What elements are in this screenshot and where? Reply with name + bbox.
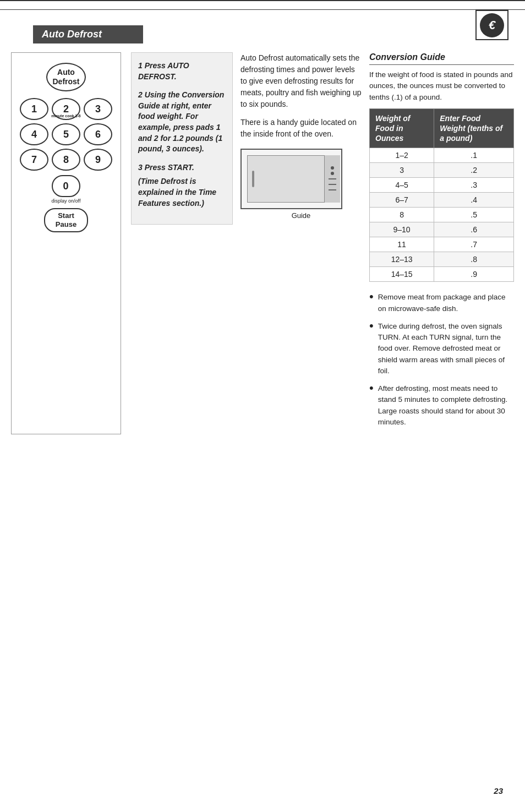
key-0[interactable]: 0	[52, 175, 80, 197]
key-1[interactable]: 1	[20, 98, 48, 120]
tenths-cell: .5	[434, 208, 514, 222]
ounces-cell: 6–7	[370, 193, 434, 208]
keypad-row-1: 1 2 minute cook 1-6 3 4 5 6 7 8 9	[17, 98, 115, 171]
bullet-text: Twice during defrost, the oven signals T…	[378, 321, 514, 377]
ctrl-line-2	[329, 184, 336, 185]
minute-cook-label: minute cook 1-6	[51, 114, 80, 118]
ctrl-dot-1	[331, 166, 334, 170]
table-row: 8.5	[370, 208, 514, 222]
table-row: 4–5.3	[370, 178, 514, 193]
bullet-section: •Remove meat from package and place on m…	[369, 292, 514, 428]
step-1: 1 Press AUTO DEFROST.	[138, 61, 226, 82]
top-bar	[0, 0, 525, 10]
auto-defrost-key[interactable]: AutoDefrost	[46, 63, 86, 91]
step-3: 3 Press START. (Time Defrost is explaine…	[138, 162, 226, 209]
ounces-cell: 12–13	[370, 252, 434, 267]
ctrl-line-3	[329, 189, 336, 190]
keypad-label: AutoDefrost	[17, 63, 115, 91]
tenths-cell: .6	[434, 222, 514, 237]
guide-label: Guide	[240, 211, 362, 220]
col2-header: Enter Food Weight (tenths of a pound)	[434, 108, 514, 148]
table-row: 11.7	[370, 237, 514, 252]
steps-panel: 1 Press AUTO DEFROST. 2 Using the Conver…	[131, 52, 233, 225]
table-row: 14–15.9	[370, 267, 514, 282]
table-row: 6–7.4	[370, 193, 514, 208]
description-para1: Auto Defrost automatically sets the defr…	[240, 52, 362, 140]
key-7[interactable]: 7	[20, 149, 48, 171]
col1-header: Weight of Food in Ounces	[370, 108, 434, 148]
table-row: 1–2.1	[370, 148, 514, 163]
ounces-cell: 1–2	[370, 148, 434, 163]
main-content: AutoDefrost 1 2 minute cook 1-6 3 4 5 6 …	[11, 43, 514, 434]
start-pause-button[interactable]: Start Pause	[44, 208, 88, 232]
bullet-icon: •	[369, 320, 374, 332]
conv-guide-desc: If the weight of food is stated in pound…	[369, 69, 514, 103]
key-8[interactable]: 8	[52, 149, 80, 171]
ounces-cell: 8	[370, 208, 434, 222]
door-handle	[252, 171, 254, 187]
list-item: •Twice during defrost, the oven signals …	[369, 321, 514, 377]
zero-row: 0 display on/off	[17, 175, 115, 204]
key-3[interactable]: 3	[84, 98, 112, 120]
conversion-table: Weight of Food in Ounces Enter Food Weig…	[369, 108, 514, 282]
ctrl-line-1	[329, 178, 336, 179]
keypad-panel: AutoDefrost 1 2 minute cook 1-6 3 4 5 6 …	[11, 52, 121, 434]
bullet-text: After defrosting, most meats need to sta…	[378, 383, 514, 428]
tenths-cell: .3	[434, 178, 514, 193]
list-item: •After defrosting, most meats need to st…	[369, 383, 514, 428]
ounces-cell: 14–15	[370, 267, 434, 282]
key-5[interactable]: 5	[52, 123, 80, 145]
bullet-text: Remove meat from package and place on mi…	[378, 292, 514, 314]
table-row: 3.2	[370, 163, 514, 178]
ounces-cell: 4–5	[370, 178, 434, 193]
logo-area: €	[475, 10, 508, 40]
ge-logo: €	[480, 13, 504, 37]
table-row: 12–13.8	[370, 252, 514, 267]
key-4[interactable]: 4	[20, 123, 48, 145]
microwave-illustration	[240, 149, 342, 209]
ounces-cell: 3	[370, 163, 434, 178]
step-3-sub: (Time Defrost is explained in the Time F…	[138, 176, 226, 209]
right-panel: Conversion Guide If the weight of food i…	[369, 52, 514, 434]
page-number: 23	[494, 786, 503, 795]
key-6[interactable]: 6	[84, 123, 112, 145]
tenths-cell: .9	[434, 267, 514, 282]
tenths-cell: .7	[434, 237, 514, 252]
step-2: 2 Using the Conversion Guide at right, e…	[138, 90, 226, 155]
list-item: •Remove meat from package and place on m…	[369, 292, 514, 314]
ounces-cell: 9–10	[370, 222, 434, 237]
table-row: 9–10.6	[370, 222, 514, 237]
bullet-icon: •	[369, 382, 374, 394]
key-9[interactable]: 9	[84, 149, 112, 171]
center-panel: Auto Defrost automatically sets the defr…	[240, 52, 362, 434]
tenths-cell: .2	[434, 163, 514, 178]
key-2[interactable]: 2 minute cook 1-6	[52, 98, 80, 120]
conv-guide-title: Conversion Guide	[369, 52, 514, 65]
tenths-cell: .8	[434, 252, 514, 267]
ounces-cell: 11	[370, 237, 434, 252]
microwave-door	[247, 155, 325, 203]
control-panel	[325, 155, 340, 203]
ctrl-dot-2	[331, 172, 334, 175]
bullet-icon: •	[369, 291, 374, 303]
section-title: Auto Defrost	[33, 25, 143, 43]
tenths-cell: .4	[434, 193, 514, 208]
zero-label: display on/off	[52, 198, 81, 204]
tenths-cell: .1	[434, 148, 514, 163]
